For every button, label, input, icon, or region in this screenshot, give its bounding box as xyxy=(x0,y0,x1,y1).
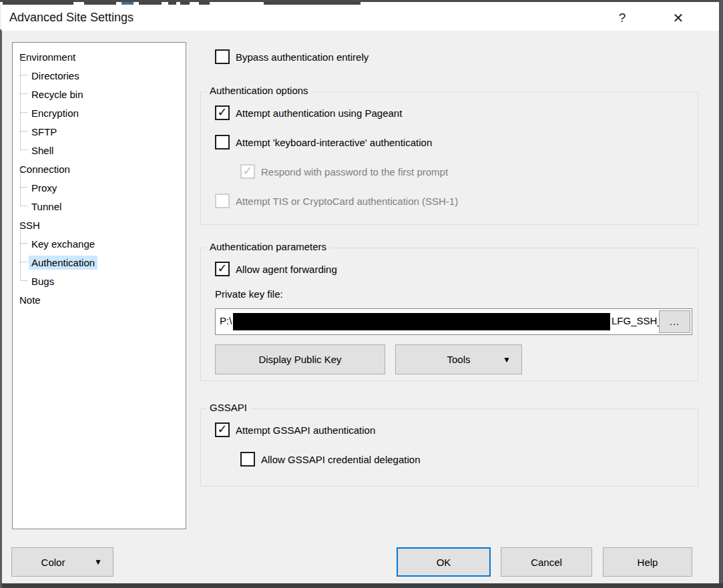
tree-item-connection[interactable]: Connection xyxy=(15,160,186,178)
background-window-bottom-edge xyxy=(0,583,723,588)
authentication-options-group-title: Authentication options xyxy=(206,85,312,96)
tis-cryptocard-checkbox: ✓ xyxy=(215,194,230,208)
agent-forwarding-checkbox[interactable]: ✓ xyxy=(215,262,230,276)
tree-item-encryption[interactable]: Encryption xyxy=(15,103,186,122)
pageant-checkbox[interactable]: ✓ xyxy=(215,105,230,120)
tree-item-label: Note xyxy=(17,293,43,307)
tree-item-proxy[interactable]: Proxy xyxy=(15,178,186,197)
agent-forwarding-row[interactable]: ✓ Allow agent forwarding xyxy=(215,262,337,276)
tree-item-tunnel[interactable]: Tunnel xyxy=(15,197,186,216)
attempt-gssapi-checkbox[interactable]: ✓ xyxy=(215,422,230,437)
respond-password-row: ✓ Respond with password to the first pro… xyxy=(240,164,448,179)
check-icon: ✓ xyxy=(217,262,227,274)
gssapi-delegation-row[interactable]: ✓ Allow GSSAPI credential delegation xyxy=(240,452,420,467)
tis-cryptocard-label: Attempt TIS or CryptoCard authentication… xyxy=(236,196,458,207)
chevron-down-icon: ▼ xyxy=(94,557,102,567)
tree-item-label: Authentication xyxy=(29,256,97,270)
background-window-right-edge xyxy=(719,0,723,588)
tree-item-label: Key exchange xyxy=(29,237,97,251)
bypass-authentication-row[interactable]: ✓ Bypass authentication entirely xyxy=(215,49,369,64)
keyboard-interactive-label: Attempt 'keyboard-interactive' authentic… xyxy=(236,137,432,148)
chevron-down-icon: ▼ xyxy=(503,355,511,364)
tree-item-ssh[interactable]: SSH xyxy=(15,216,186,234)
gssapi-group-title: GSSAPI xyxy=(206,402,250,413)
tree-item-directories[interactable]: Directories xyxy=(15,66,186,85)
tis-cryptocard-row: ✓ Attempt TIS or CryptoCard authenticati… xyxy=(215,194,458,208)
tree-item-label: Shell xyxy=(29,143,56,158)
check-icon: ✓ xyxy=(217,106,227,118)
check-icon: ✓ xyxy=(242,165,252,177)
dialog-titlebar: Advanced Site Settings ? ✕ xyxy=(1,5,719,31)
tree-item-sftp[interactable]: SFTP xyxy=(15,122,186,141)
tree-item-recycle-bin[interactable]: Recycle bin xyxy=(15,85,186,103)
gssapi-group: GSSAPI xyxy=(200,408,698,487)
tools-dropdown-button[interactable]: Tools ▼ xyxy=(395,344,522,374)
bypass-authentication-label: Bypass authentication entirely xyxy=(236,51,369,63)
tree-item-label: Directories xyxy=(29,69,82,83)
tree-item-bugs[interactable]: Bugs xyxy=(15,272,186,290)
tree-item-label: Tunnel xyxy=(29,200,64,214)
bypass-authentication-checkbox[interactable]: ✓ xyxy=(215,49,230,64)
attempt-gssapi-row[interactable]: ✓ Attempt GSSAPI authentication xyxy=(215,422,375,437)
pageant-row[interactable]: ✓ Attempt authentication using Pageant xyxy=(215,105,402,120)
redacted-path-segment xyxy=(233,313,610,330)
respond-password-checkbox: ✓ xyxy=(240,164,255,179)
background-window-left-edge xyxy=(0,29,2,588)
tree-item-note[interactable]: Note xyxy=(15,290,186,309)
ok-button[interactable]: OK xyxy=(397,547,491,577)
pageant-label: Attempt authentication using Pageant xyxy=(236,107,402,119)
help-button[interactable]: Help xyxy=(603,547,692,577)
tree-item-label: Recycle bin xyxy=(29,87,86,101)
help-icon[interactable]: ? xyxy=(610,7,634,29)
background-window-top-edge xyxy=(0,0,723,5)
keyboard-interactive-row[interactable]: ✓ Attempt 'keyboard-interactive' authent… xyxy=(215,135,432,150)
screen: Advanced Site Settings ? ✕ EnvironmentDi… xyxy=(0,0,723,588)
respond-password-label: Respond with password to the first promp… xyxy=(261,166,448,178)
tree-item-environment[interactable]: Environment xyxy=(15,47,186,66)
dialog-title: Advanced Site Settings xyxy=(9,5,134,31)
settings-tree: EnvironmentDirectoriesRecycle binEncrypt… xyxy=(12,42,186,529)
browse-key-file-button[interactable]: ... xyxy=(659,310,690,333)
tree-item-label: Proxy xyxy=(29,181,59,195)
tools-button-label: Tools xyxy=(447,354,470,365)
tree-item-key-exchange[interactable]: Key exchange xyxy=(15,234,186,253)
attempt-gssapi-label: Attempt GSSAPI authentication xyxy=(236,424,375,436)
display-public-key-button[interactable]: Display Public Key xyxy=(215,344,385,374)
tree-item-authentication[interactable]: Authentication xyxy=(15,253,186,272)
cancel-button[interactable]: Cancel xyxy=(501,547,592,577)
private-key-file-label: Private key file: xyxy=(215,288,283,300)
gssapi-delegation-checkbox[interactable]: ✓ xyxy=(240,452,255,467)
private-key-path-prefix: P:\ xyxy=(220,315,232,326)
authentication-parameters-group-title: Authentication parameters xyxy=(206,241,330,252)
tree-item-label: Encryption xyxy=(29,106,81,120)
check-icon: ✓ xyxy=(217,423,227,435)
agent-forwarding-label: Allow agent forwarding xyxy=(236,264,337,275)
close-icon[interactable]: ✕ xyxy=(666,7,690,29)
keyboard-interactive-checkbox[interactable]: ✓ xyxy=(215,135,230,150)
color-dropdown-button[interactable]: Color ▼ xyxy=(11,547,113,577)
private-key-file-input[interactable]: P:\ LFG_SSH_User ... xyxy=(215,308,692,335)
tree-item-label: SFTP xyxy=(29,125,59,139)
gssapi-delegation-label: Allow GSSAPI credential delegation xyxy=(261,454,420,465)
tree-item-label: Bugs xyxy=(29,274,57,288)
color-button-label: Color xyxy=(41,557,65,568)
tree-item-shell[interactable]: Shell xyxy=(15,141,186,160)
